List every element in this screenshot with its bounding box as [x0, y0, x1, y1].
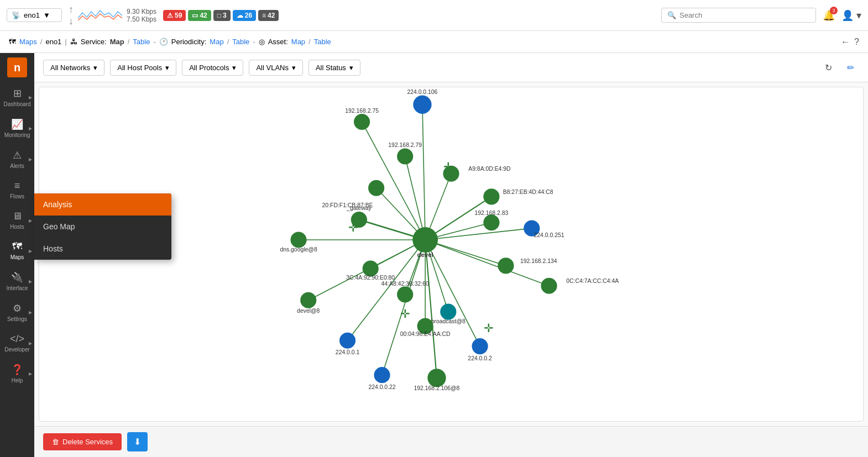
svg-text:224.0.0.2: 224.0.0.2	[468, 355, 492, 361]
back-button[interactable]: ←	[841, 37, 850, 47]
filter-protocols[interactable]: All Protocols ▾	[182, 60, 243, 76]
node-192-168-2-134[interactable]: 192.168.2.134	[498, 258, 557, 274]
node-devel[interactable]: devel	[412, 227, 438, 258]
sidebar-label-flows: Flows	[10, 193, 24, 199]
notifications-button[interactable]: 🔔 3	[823, 9, 835, 22]
node-192-168-2-106-8[interactable]: 192.168.2.106@8	[414, 369, 460, 391]
traffic-graph: ↑↓ 9.30 Kbps 7.50 Kbps	[69, 4, 156, 27]
topbar-right: 🔍 🔔 3 👤 ▾	[661, 8, 861, 23]
interface-selector[interactable]: 📡 eno1 ▼	[7, 8, 62, 22]
service-label: Service:	[81, 38, 107, 46]
asset-label: Asset:	[268, 38, 288, 46]
sidebar-item-dashboard[interactable]: ⊞ Dashboard ▶	[0, 82, 34, 113]
refresh-button[interactable]: ↻	[819, 59, 837, 76]
periodicity-label: Periodicity:	[171, 38, 207, 46]
badge-clouds[interactable]: □ 3	[213, 10, 231, 21]
svg-text:✛: ✛	[400, 307, 410, 320]
service-map-link[interactable]: Map	[110, 38, 124, 46]
periodicity-table-link[interactable]: Table	[232, 38, 249, 46]
dash1: -	[153, 38, 155, 46]
logo-icon[interactable]: n	[7, 57, 27, 77]
filter-networks[interactable]: All Networks ▾	[43, 60, 104, 76]
periodicity-map-link[interactable]: Map	[210, 38, 223, 46]
sidebar-item-maps[interactable]: 🗺 Maps ▶	[0, 235, 34, 266]
node-224-0-0-1[interactable]: 224.0.0.1	[336, 333, 360, 356]
service-icon: 🖧	[70, 38, 77, 46]
sidebar: n ⊞ Dashboard ▶ 📈 Monitoring ▶ ⚠ Alerts …	[0, 53, 34, 457]
dashboard-icon: ⊞	[13, 87, 22, 99]
help-icon: ❓	[11, 364, 23, 376]
expand-arrow-monitoring: ▶	[29, 126, 32, 131]
sidebar-item-help[interactable]: ❓ Help ▶	[0, 358, 34, 389]
asset-map-link[interactable]: Map	[291, 38, 305, 46]
svg-text:devel: devel	[417, 251, 433, 258]
node-192-168-2-75[interactable]: 192.168.2.75	[345, 108, 379, 130]
node-broadcast8[interactable]: broadcast@8	[431, 304, 466, 324]
node-b8-27-eb-4d-44-c8[interactable]: B8:27:EB:4D:44:C8	[483, 188, 553, 204]
sidebar-item-alerts[interactable]: ⚠ Alerts ▶	[0, 144, 34, 175]
vlans-label: All VLANs	[256, 64, 289, 72]
service-table-link[interactable]: Table	[133, 38, 150, 46]
sep2: /	[128, 38, 130, 46]
user-menu-button[interactable]: 👤 ▾	[841, 9, 861, 22]
sidebar-item-interface[interactable]: 🔌 Interface ▶	[0, 266, 34, 297]
edit-button[interactable]: ✏	[841, 59, 859, 76]
badge-alerts[interactable]: ⚠ 59	[163, 10, 186, 21]
svg-text:224.0.0.1: 224.0.0.1	[336, 349, 360, 355]
sidebar-label-dashboard: Dashboard	[4, 101, 31, 107]
sidebar-item-developer[interactable]: </> Developer ▶	[0, 328, 34, 358]
node-44-a8-42-3b-32-60[interactable]: 44:A8:42:3B:32:60	[381, 281, 429, 302]
search-input[interactable]	[679, 11, 810, 19]
sidebar-item-settings[interactable]: ⚙ Settings ▶	[0, 297, 34, 328]
node-224-0-0-106[interactable]: 224.0.0.106	[407, 89, 437, 113]
menu-item-analysis[interactable]: Analysis	[34, 193, 171, 216]
svg-point-25	[413, 96, 431, 114]
sidebar-label-help: Help	[12, 377, 23, 384]
badge-vms[interactable]: ▭ 42	[188, 10, 211, 21]
menu-item-geo-map[interactable]: Geo Map	[34, 216, 171, 238]
node-192-168-2-83[interactable]: 192.168.2.83	[475, 210, 509, 230]
node-224-0-0-2[interactable]: 224.0.0.2	[468, 338, 492, 361]
sidebar-item-flows[interactable]: ≡ Flows	[0, 175, 34, 205]
node-a9-8a-0d-e4-9d[interactable]: A9:8A:0D:E4:9D	[443, 166, 511, 182]
expand-arrow-alerts: ▶	[29, 157, 32, 162]
breadcrumb-maps[interactable]: Maps	[19, 38, 37, 46]
sidebar-item-hosts[interactable]: 🖥 Hosts ▶	[0, 205, 34, 235]
move-icon-3[interactable]: ✛	[484, 322, 494, 334]
filter-status[interactable]: All Status ▾	[308, 60, 360, 76]
menu-item-hosts[interactable]: Hosts	[34, 238, 171, 260]
help-button[interactable]: ?	[854, 37, 859, 47]
badge-lists[interactable]: ≡ 42	[258, 10, 279, 21]
svg-point-31	[472, 338, 488, 354]
node-3c-4a-92-90-e0-80[interactable]: 3C:4A:92:90:E0:80	[346, 260, 395, 280]
filter-vlans[interactable]: All VLANs ▾	[249, 60, 303, 76]
svg-text:broadcast@8: broadcast@8	[431, 318, 466, 324]
vlans-chevron: ▾	[292, 64, 296, 72]
node-224-0-0-251[interactable]: 224.0.0.251	[524, 220, 564, 238]
filter-host-pools[interactable]: All Host Pools ▾	[110, 60, 176, 76]
move-icon-4[interactable]: ✛	[400, 307, 410, 320]
asset-table-link[interactable]: Table	[314, 38, 331, 46]
interface-icon: 📡	[12, 11, 20, 19]
svg-point-37	[354, 114, 370, 130]
node-20-fd-f1-cb-87-be[interactable]: 20:FD:F1:CB:87:BE	[322, 180, 385, 208]
protocols-chevron: ▾	[232, 64, 236, 72]
svg-text:192.168.2.75: 192.168.2.75	[345, 108, 379, 114]
sidebar-logo[interactable]: n	[7, 57, 27, 77]
delete-services-button[interactable]: 🗑 Delete Services	[43, 433, 122, 450]
svg-point-51	[483, 214, 499, 230]
node-dns-google8[interactable]: dns.google@8	[280, 232, 317, 252]
node-devel8[interactable]: devel@8	[297, 292, 320, 314]
node-0c-c4-7a-cc-c4-4a[interactable]: 0C:C4:7A:CC:C4:4A	[541, 278, 619, 294]
node-224-0-0-22[interactable]: 224.0.0.22	[368, 367, 395, 390]
sep1: /	[40, 38, 43, 46]
node-192-168-2-79[interactable]: 192.168.2.79	[388, 142, 422, 164]
svg-point-47	[351, 212, 367, 228]
map-toolbar: All Networks ▾ All Host Pools ▾ All Prot…	[34, 53, 868, 82]
expand-arrow-developer: ▶	[29, 340, 32, 345]
download-button[interactable]: ⬇	[127, 432, 148, 451]
search-container[interactable]: 🔍	[661, 8, 816, 23]
badge-storage[interactable]: ☁ 26	[233, 10, 256, 21]
expand-arrow-maps: ▶	[29, 248, 32, 253]
sidebar-item-monitoring[interactable]: 📈 Monitoring ▶	[0, 113, 34, 144]
